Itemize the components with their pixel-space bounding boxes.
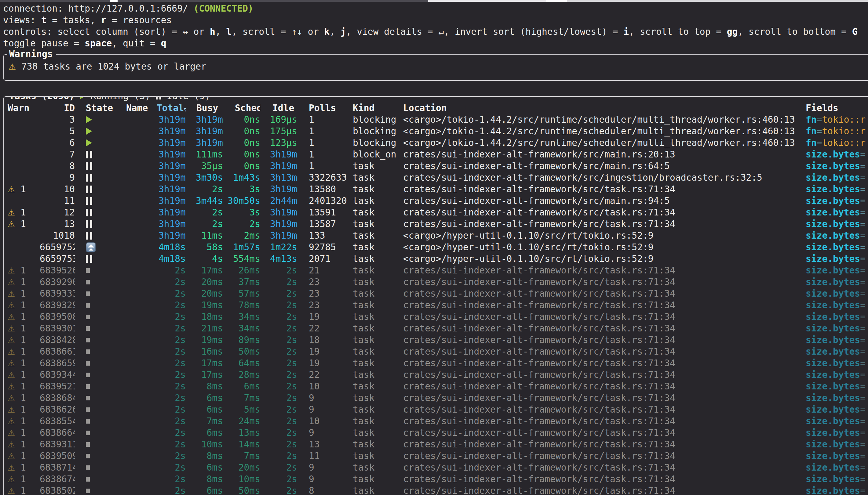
- task-cell-idle: 3h19m: [260, 230, 297, 241]
- text-segment: Idle (9): [161, 96, 210, 101]
- duration-value: 111ms: [196, 149, 223, 159]
- task-cell-kind: task: [353, 323, 403, 334]
- duration-value: 2s: [286, 404, 297, 415]
- task-cell-polls: 13591: [297, 207, 353, 218]
- task-cell-location: crates/sui-indexer-alt-framework/src/tas…: [403, 288, 806, 300]
- task-cell-kind: task: [353, 427, 403, 439]
- task-cell-total: 2s: [157, 276, 186, 288]
- column-header-id[interactable]: ID: [40, 102, 75, 114]
- column-header-fields[interactable]: Fields: [806, 102, 868, 114]
- task-cell-fields: size.bytes=: [806, 369, 868, 380]
- field-key: size.bytes: [806, 149, 860, 159]
- column-header-location[interactable]: Location: [403, 102, 806, 114]
- column-header-polls[interactable]: Polls: [297, 102, 353, 114]
- task-cell-id: 6839344: [40, 369, 75, 380]
- duration-value: 0ns: [244, 149, 260, 159]
- task-cell-state: [75, 404, 126, 415]
- task-cell-idle: 3h19m: [260, 149, 297, 160]
- duration-value: 3s: [249, 207, 260, 218]
- task-cell-sched: 57ms: [223, 288, 260, 300]
- column-header-warn[interactable]: Warn: [4, 102, 40, 114]
- task-cell-sched: 1m43s: [223, 172, 260, 183]
- task-cell-warn: [4, 160, 40, 172]
- task-cell-warn: ⚠ 1: [4, 276, 40, 288]
- task-cell-sched: 0ns: [223, 160, 260, 172]
- column-header-idle[interactable]: Idle: [260, 102, 297, 114]
- task-cell-warn: ⚠ 1: [4, 311, 40, 323]
- duration-value: 2s: [175, 462, 186, 473]
- task-cell-polls: 19: [297, 346, 353, 357]
- duration-value: 2s: [286, 300, 297, 310]
- task-cell-polls: 2401320: [297, 195, 353, 207]
- task-cell-fields: size.bytes=: [806, 439, 868, 450]
- column-header-sched[interactable]: Sched: [223, 102, 260, 114]
- task-cell-kind: task: [353, 485, 403, 495]
- task-cell-state: [75, 450, 126, 462]
- task-cell-warn: ⚠ 1: [4, 207, 40, 218]
- task-cell-sched: 3s: [223, 183, 260, 195]
- field-key: size.bytes: [806, 184, 860, 194]
- duration-value: 3h19m: [158, 115, 186, 125]
- warnings-panel: Warnings ⚠ 738 tasks are 1024 bytes or l…: [3, 54, 868, 81]
- task-cell-sched: 50ms: [223, 346, 260, 357]
- task-cell-warn: ⚠ 1: [4, 357, 40, 369]
- task-cell-name: [126, 473, 157, 485]
- task-cell-state: [75, 276, 126, 288]
- completed-state-icon: [86, 419, 90, 424]
- field-key: size.bytes: [806, 358, 860, 368]
- duration-value: 13ms: [238, 428, 260, 438]
- column-header-label: Polls: [309, 103, 336, 113]
- field-key: size.bytes: [806, 404, 860, 415]
- task-cell-warn: ⚠ 1: [4, 264, 40, 276]
- field-equals: =: [860, 231, 866, 241]
- task-cell-location: crates/sui-indexer-alt-framework/src/tas…: [403, 323, 806, 334]
- task-cell-location: crates/sui-indexer-alt-framework/src/tas…: [403, 264, 806, 276]
- field-key: size.bytes: [806, 219, 860, 229]
- field-key: size.bytes: [806, 381, 860, 392]
- field-equals: =: [860, 288, 866, 299]
- task-cell-state: [75, 392, 126, 404]
- task-cell-busy: 21ms: [186, 323, 223, 334]
- duration-value: 3h19m: [196, 126, 223, 136]
- column-header-kind[interactable]: Kind: [353, 102, 403, 114]
- column-header-busy[interactable]: Busy: [186, 102, 223, 114]
- task-cell-total: 2s: [157, 473, 186, 485]
- duration-value: 30m50s: [228, 195, 260, 206]
- field-key: size.bytes: [806, 195, 860, 206]
- task-cell-busy: 3h19m: [186, 125, 223, 137]
- task-cell-total: 2s: [157, 369, 186, 380]
- task-cell-busy: 6ms: [186, 427, 223, 439]
- task-cell-location: crates/sui-indexer-alt-framework/src/tas…: [403, 369, 806, 380]
- task-cell-kind: task: [353, 415, 403, 427]
- task-cell-warn: [4, 137, 40, 149]
- completed-state-icon: [86, 384, 90, 389]
- duration-value: 6ms: [207, 428, 223, 438]
- task-cell-kind: task: [353, 207, 403, 218]
- task-cell-busy: 3m30s: [186, 172, 223, 183]
- task-cell-busy: 6ms: [186, 404, 223, 415]
- warning-icon: ⚠: [7, 440, 15, 449]
- completed-state-icon: [86, 431, 90, 435]
- task-cell-id: 6838674: [40, 473, 75, 485]
- task-cell-name: [126, 415, 157, 427]
- task-cell-location: crates/sui-indexer-alt-framework/src/tas…: [403, 392, 806, 404]
- task-cell-idle: 2s: [260, 415, 297, 427]
- task-cell-total: 4m18s: [157, 253, 186, 264]
- connection-line: connection: http://127.0.0.1:6669/ (CONN…: [3, 3, 868, 14]
- task-cell-kind: task: [353, 230, 403, 241]
- duration-value: 2s: [286, 416, 297, 426]
- task-cell-state: [75, 323, 126, 334]
- task-cell-warn: [4, 125, 40, 137]
- task-cell-busy: 8ms: [186, 380, 223, 392]
- task-cell-kind: task: [353, 300, 403, 311]
- duration-value: 4m18s: [158, 254, 186, 264]
- column-header-state[interactable]: State: [75, 102, 126, 114]
- column-header-total[interactable]: Total▿: [157, 102, 186, 114]
- task-cell-kind: task: [353, 264, 403, 276]
- task-cell-polls: 9: [297, 473, 353, 485]
- task-cell-warn: ⚠ 1: [4, 288, 40, 300]
- completed-state-icon: [86, 268, 90, 273]
- warning-icon: ⚠: [7, 277, 15, 287]
- column-header-name[interactable]: Name: [126, 102, 157, 114]
- task-cell-polls: 1: [297, 137, 353, 149]
